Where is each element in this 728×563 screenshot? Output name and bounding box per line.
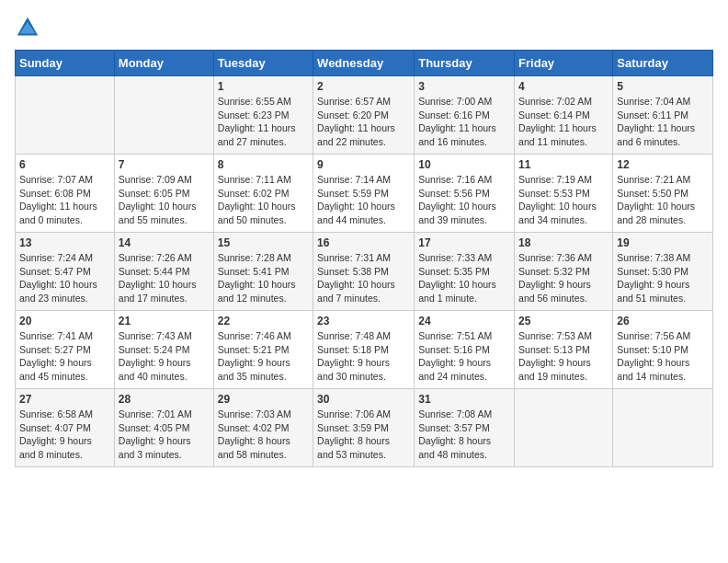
weekday-header-saturday: Saturday: [613, 51, 713, 76]
day-number: 29: [218, 393, 309, 406]
weekday-header-thursday: Thursday: [415, 51, 515, 76]
calendar-cell: 10Sunrise: 7:16 AM Sunset: 5:56 PM Dayli…: [415, 155, 515, 233]
calendar-cell: 12Sunrise: 7:21 AM Sunset: 5:50 PM Dayli…: [613, 155, 713, 233]
logo: [15, 15, 44, 40]
calendar-cell: 6Sunrise: 7:07 AM Sunset: 6:08 PM Daylig…: [16, 155, 115, 233]
weekday-header-wednesday: Wednesday: [313, 51, 415, 76]
calendar-cell: [16, 76, 115, 155]
calendar-cell: 9Sunrise: 7:14 AM Sunset: 5:59 PM Daylig…: [313, 155, 415, 233]
day-number: 7: [119, 158, 210, 171]
calendar-cell: 7Sunrise: 7:09 AM Sunset: 6:05 PM Daylig…: [114, 155, 213, 233]
calendar-cell: 5Sunrise: 7:04 AM Sunset: 6:11 PM Daylig…: [613, 76, 713, 155]
calendar-cell: 20Sunrise: 7:41 AM Sunset: 5:27 PM Dayli…: [16, 311, 115, 389]
day-number: 28: [119, 393, 210, 406]
day-number: 13: [19, 236, 110, 249]
day-info: Sunrise: 7:02 AM Sunset: 6:14 PM Dayligh…: [518, 95, 609, 149]
day-info: Sunrise: 7:53 AM Sunset: 5:13 PM Dayligh…: [518, 329, 609, 384]
calendar-cell: 16Sunrise: 7:31 AM Sunset: 5:38 PM Dayli…: [313, 233, 415, 311]
day-number: 18: [518, 236, 609, 249]
calendar-cell: 15Sunrise: 7:28 AM Sunset: 5:41 PM Dayli…: [213, 233, 313, 311]
calendar-cell: 26Sunrise: 7:56 AM Sunset: 5:10 PM Dayli…: [613, 311, 713, 389]
weekday-header-row: SundayMondayTuesdayWednesdayThursdayFrid…: [16, 51, 713, 76]
day-info: Sunrise: 7:14 AM Sunset: 5:59 PM Dayligh…: [317, 173, 410, 227]
day-number: 14: [119, 236, 210, 249]
calendar-cell: 19Sunrise: 7:38 AM Sunset: 5:30 PM Dayli…: [613, 233, 713, 311]
day-info: Sunrise: 7:43 AM Sunset: 5:24 PM Dayligh…: [119, 329, 210, 384]
day-info: Sunrise: 7:00 AM Sunset: 6:16 PM Dayligh…: [418, 95, 510, 149]
day-info: Sunrise: 7:56 AM Sunset: 5:10 PM Dayligh…: [617, 329, 709, 384]
day-number: 31: [418, 393, 510, 406]
day-info: Sunrise: 7:26 AM Sunset: 5:44 PM Dayligh…: [119, 251, 210, 305]
day-info: Sunrise: 7:03 AM Sunset: 4:02 PM Dayligh…: [218, 408, 309, 462]
calendar-cell: 21Sunrise: 7:43 AM Sunset: 5:24 PM Dayli…: [114, 311, 213, 389]
weekday-header-friday: Friday: [515, 51, 613, 76]
weekday-header-tuesday: Tuesday: [213, 51, 313, 76]
day-info: Sunrise: 7:04 AM Sunset: 6:11 PM Dayligh…: [617, 95, 709, 149]
day-number: 12: [617, 158, 709, 171]
day-info: Sunrise: 6:58 AM Sunset: 4:07 PM Dayligh…: [19, 408, 110, 462]
calendar-cell: 22Sunrise: 7:46 AM Sunset: 5:21 PM Dayli…: [213, 311, 313, 389]
calendar-cell: 23Sunrise: 7:48 AM Sunset: 5:18 PM Dayli…: [313, 311, 415, 389]
day-number: 11: [518, 158, 609, 171]
calendar-cell: 24Sunrise: 7:51 AM Sunset: 5:16 PM Dayli…: [415, 311, 515, 389]
day-info: Sunrise: 7:33 AM Sunset: 5:35 PM Dayligh…: [418, 251, 510, 305]
day-number: 20: [19, 315, 110, 327]
day-info: Sunrise: 7:46 AM Sunset: 5:21 PM Dayligh…: [218, 329, 309, 384]
day-number: 26: [617, 315, 709, 327]
day-number: 9: [317, 158, 410, 171]
calendar-cell: 17Sunrise: 7:33 AM Sunset: 5:35 PM Dayli…: [415, 233, 515, 311]
day-info: Sunrise: 7:48 AM Sunset: 5:18 PM Dayligh…: [317, 329, 410, 384]
day-number: 2: [317, 80, 410, 93]
calendar-cell: 3Sunrise: 7:00 AM Sunset: 6:16 PM Daylig…: [415, 76, 515, 155]
day-info: Sunrise: 6:57 AM Sunset: 6:20 PM Dayligh…: [317, 95, 410, 149]
day-info: Sunrise: 7:41 AM Sunset: 5:27 PM Dayligh…: [19, 329, 110, 384]
day-info: Sunrise: 7:07 AM Sunset: 6:08 PM Dayligh…: [19, 173, 110, 227]
day-number: 25: [518, 315, 609, 327]
calendar-cell: 30Sunrise: 7:06 AM Sunset: 3:59 PM Dayli…: [313, 389, 415, 467]
day-info: Sunrise: 7:31 AM Sunset: 5:38 PM Dayligh…: [317, 251, 410, 305]
day-info: Sunrise: 7:09 AM Sunset: 6:05 PM Dayligh…: [119, 173, 210, 227]
day-number: 16: [317, 236, 410, 249]
calendar-cell: 14Sunrise: 7:26 AM Sunset: 5:44 PM Dayli…: [114, 233, 213, 311]
calendar-cell: 31Sunrise: 7:08 AM Sunset: 3:57 PM Dayli…: [415, 389, 515, 467]
calendar-week-row: 13Sunrise: 7:24 AM Sunset: 5:47 PM Dayli…: [16, 233, 713, 311]
day-number: 23: [317, 315, 410, 327]
calendar-cell: 1Sunrise: 6:55 AM Sunset: 6:23 PM Daylig…: [213, 76, 313, 155]
calendar-week-row: 20Sunrise: 7:41 AM Sunset: 5:27 PM Dayli…: [16, 311, 713, 389]
day-number: 1: [218, 80, 309, 93]
page-header: [15, 15, 713, 40]
calendar-cell: 11Sunrise: 7:19 AM Sunset: 5:53 PM Dayli…: [515, 155, 613, 233]
day-number: 24: [418, 315, 510, 327]
day-number: 22: [218, 315, 309, 327]
day-info: Sunrise: 7:06 AM Sunset: 3:59 PM Dayligh…: [317, 408, 410, 462]
calendar-week-row: 6Sunrise: 7:07 AM Sunset: 6:08 PM Daylig…: [16, 155, 713, 233]
calendar-cell: [613, 389, 713, 467]
day-number: 15: [218, 236, 309, 249]
calendar-cell: 13Sunrise: 7:24 AM Sunset: 5:47 PM Dayli…: [16, 233, 115, 311]
calendar-cell: 29Sunrise: 7:03 AM Sunset: 4:02 PM Dayli…: [213, 389, 313, 467]
calendar-cell: 4Sunrise: 7:02 AM Sunset: 6:14 PM Daylig…: [515, 76, 613, 155]
day-info: Sunrise: 7:01 AM Sunset: 4:05 PM Dayligh…: [119, 408, 210, 462]
calendar-cell: 28Sunrise: 7:01 AM Sunset: 4:05 PM Dayli…: [114, 389, 213, 467]
weekday-header-sunday: Sunday: [16, 51, 115, 76]
calendar-cell: 8Sunrise: 7:11 AM Sunset: 6:02 PM Daylig…: [213, 155, 313, 233]
day-number: 10: [418, 158, 510, 171]
day-number: 27: [19, 393, 110, 406]
day-number: 8: [218, 158, 309, 171]
logo-icon: [15, 15, 40, 40]
day-number: 30: [317, 393, 410, 406]
day-info: Sunrise: 7:38 AM Sunset: 5:30 PM Dayligh…: [617, 251, 709, 305]
day-info: Sunrise: 7:19 AM Sunset: 5:53 PM Dayligh…: [518, 173, 609, 227]
calendar-week-row: 27Sunrise: 6:58 AM Sunset: 4:07 PM Dayli…: [16, 389, 713, 467]
day-number: 17: [418, 236, 510, 249]
day-info: Sunrise: 7:11 AM Sunset: 6:02 PM Dayligh…: [218, 173, 309, 227]
day-number: 3: [418, 80, 510, 93]
day-number: 21: [119, 315, 210, 327]
day-info: Sunrise: 7:08 AM Sunset: 3:57 PM Dayligh…: [418, 408, 510, 462]
day-info: Sunrise: 7:36 AM Sunset: 5:32 PM Dayligh…: [518, 251, 609, 305]
calendar-cell: [515, 389, 613, 467]
calendar-cell: 2Sunrise: 6:57 AM Sunset: 6:20 PM Daylig…: [313, 76, 415, 155]
day-number: 19: [617, 236, 709, 249]
day-info: Sunrise: 7:51 AM Sunset: 5:16 PM Dayligh…: [418, 329, 510, 384]
calendar-week-row: 1Sunrise: 6:55 AM Sunset: 6:23 PM Daylig…: [16, 76, 713, 155]
